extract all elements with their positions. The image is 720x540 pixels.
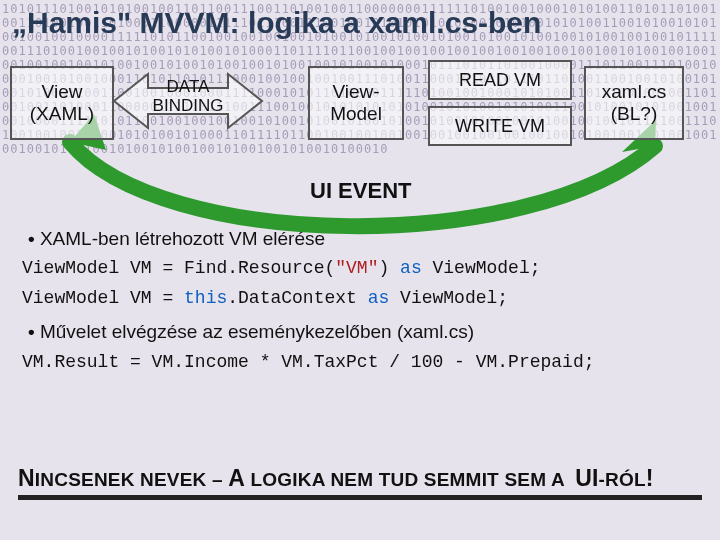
code-line-3: VM.Result = VM.Income * VM.TaxPct / 100 …	[22, 349, 708, 377]
write-vm-label: WRITE VM	[455, 116, 545, 137]
data-binding-label: DATA BINDING	[138, 78, 238, 115]
xaml-cs-label: xaml.cs (BL?)	[602, 81, 666, 125]
diagram-area: View (XAML) DATA BINDING View- Model REA…	[10, 56, 710, 176]
box-write-vm: WRITE VM	[428, 106, 572, 146]
box-view-xaml: View (XAML)	[10, 66, 114, 140]
body-text: XAML-ben létrehozott VM elérése ViewMode…	[18, 220, 708, 379]
code-line-1: ViewModel VM = Find.Resource("VM") as Vi…	[22, 255, 708, 283]
slide-content: „Hamis" MVVM: logika a xaml.cs-ben View …	[0, 0, 720, 540]
box-view-label: View (XAML)	[30, 81, 94, 125]
box-read-vm: READ VM	[428, 60, 572, 100]
binding-top: DATA	[138, 78, 238, 97]
read-vm-label: READ VM	[459, 70, 541, 91]
footer-statement: NINCSENEK NEVEK – A LOGIKA NEM TUD SEMMI…	[18, 465, 702, 500]
slide-title: „Hamis" MVVM: logika a xaml.cs-ben	[12, 6, 541, 40]
code-line-2: ViewModel VM = this.DataContext as ViewM…	[22, 285, 708, 313]
bullet-1: XAML-ben létrehozott VM elérése	[28, 224, 708, 253]
binding-bot: BINDING	[138, 97, 238, 116]
bullet-2: Művelet elvégzése az eseménykezelőben (x…	[28, 317, 708, 346]
box-view-model: View- Model	[308, 66, 404, 140]
box-xaml-cs: xaml.cs (BL?)	[584, 66, 684, 140]
ui-event-label: UI EVENT	[310, 178, 411, 204]
box-vm-label: View- Model	[330, 81, 382, 125]
